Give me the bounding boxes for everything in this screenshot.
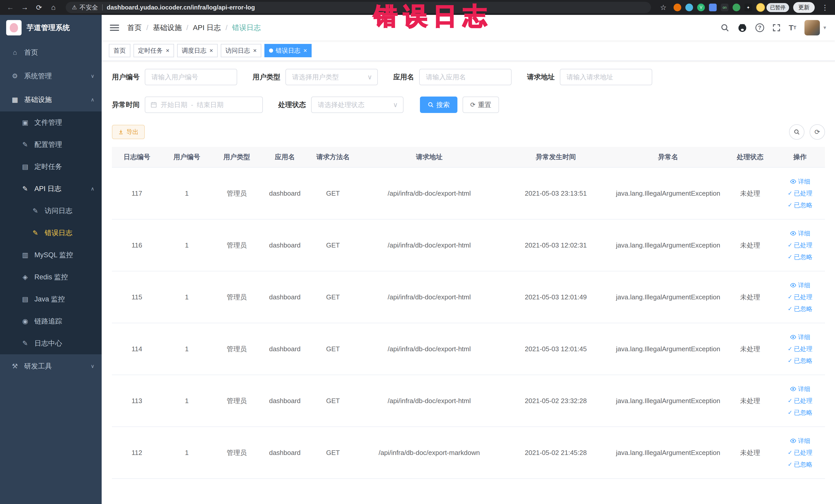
sidebar-toggle-icon[interactable] bbox=[110, 25, 119, 31]
search-button[interactable]: 搜索 bbox=[420, 97, 457, 113]
detail-link[interactable]: 详细 bbox=[790, 229, 810, 238]
table-row[interactable]: 112 1 管理员 dashboard GET /api/infra/db-do… bbox=[112, 427, 825, 479]
browser-profile-chip[interactable]: 已暂停 bbox=[756, 3, 789, 12]
sidebar-item-api-log[interactable]: ✎ API 日志 ∧ bbox=[0, 178, 102, 200]
breadcrumb-item[interactable]: API 日志 bbox=[193, 23, 221, 33]
request-url-input[interactable] bbox=[560, 69, 652, 85]
url-bar[interactable]: ⚠ 不安全 dashboard.yudao.iocoder.cn/infra/l… bbox=[66, 2, 651, 13]
ignored-link[interactable]: ✓已忽略 bbox=[788, 408, 812, 417]
tab-access-log[interactable]: 访问日志 × bbox=[221, 44, 261, 57]
close-icon[interactable]: × bbox=[253, 47, 257, 54]
github-icon[interactable] bbox=[737, 23, 747, 33]
sidebar-item-trace[interactable]: ◉ 链路追踪 bbox=[0, 310, 102, 332]
user-type-select[interactable]: 请选择用户类型 ∨ bbox=[285, 69, 378, 85]
breadcrumb-item[interactable]: 首页 bbox=[127, 23, 142, 33]
ignored-link[interactable]: ✓已忽略 bbox=[788, 305, 812, 313]
forward-icon[interactable]: → bbox=[19, 3, 31, 12]
user-id-input[interactable] bbox=[145, 69, 237, 85]
reset-button[interactable]: ⟳ 重置 bbox=[463, 97, 499, 113]
ignored-link[interactable]: ✓已忽略 bbox=[788, 201, 812, 209]
extension-icon-5[interactable]: on bbox=[721, 4, 729, 11]
sidebar-item-config[interactable]: ✎ 配置管理 bbox=[0, 134, 102, 156]
extension-icon-4[interactable] bbox=[709, 4, 717, 11]
reload-icon[interactable]: ⟳ bbox=[33, 3, 45, 12]
detail-link[interactable]: 详细 bbox=[790, 333, 810, 341]
sidebar-item-system[interactable]: ⚙ 系统管理 ∨ bbox=[0, 64, 102, 88]
security-label[interactable]: 不安全 bbox=[80, 3, 98, 12]
refresh-button[interactable]: ⟳ bbox=[810, 124, 825, 140]
back-icon[interactable]: ← bbox=[4, 3, 16, 12]
processed-link[interactable]: ✓已处理 bbox=[788, 293, 812, 301]
sidebar-item-mysql[interactable]: ▥ MySQL 监控 bbox=[0, 244, 102, 266]
table-row[interactable]: 116 1 管理员 dashboard GET /api/infra/db-do… bbox=[112, 219, 825, 271]
ignored-link[interactable]: ✓已忽略 bbox=[788, 460, 812, 468]
user-menu[interactable]: ▼ bbox=[805, 20, 827, 36]
processed-link[interactable]: ✓已处理 bbox=[788, 345, 812, 353]
processed-link[interactable]: ✓已处理 bbox=[788, 448, 812, 457]
extension-icon-2[interactable] bbox=[685, 4, 693, 11]
export-button[interactable]: 导出 bbox=[112, 125, 145, 139]
sidebar-item-devtools[interactable]: ⚒ 研发工具 ∨ bbox=[0, 354, 102, 378]
table-row[interactable]: 117 1 管理员 dashboard GET /api/infra/db-do… bbox=[112, 167, 825, 219]
help-icon[interactable]: ? bbox=[755, 23, 764, 32]
ignored-link[interactable]: ✓已忽略 bbox=[788, 357, 812, 365]
detail-link[interactable]: 详细 bbox=[790, 385, 810, 393]
extension-icon-3[interactable]: V bbox=[697, 4, 705, 11]
extension-pin-icon[interactable]: ✦ bbox=[745, 4, 752, 11]
sidebar-item-infra[interactable]: ▦ 基础设施 ∧ bbox=[0, 88, 102, 112]
fullscreen-icon[interactable] bbox=[772, 24, 780, 32]
font-size-icon[interactable]: TT bbox=[789, 23, 796, 32]
sidebar-item-java[interactable]: ▤ Java 监控 bbox=[0, 288, 102, 310]
ignored-link[interactable]: ✓已忽略 bbox=[788, 253, 812, 261]
table-row[interactable]: 115 1 管理员 dashboard GET /api/infra/db-do… bbox=[112, 271, 825, 323]
close-icon[interactable]: × bbox=[303, 47, 307, 54]
url-text[interactable]: dashboard.yudao.iocoder.cn/infra/log/api… bbox=[107, 4, 255, 11]
date-separator: - bbox=[191, 101, 193, 109]
sidebar-item-file[interactable]: ▣ 文件管理 bbox=[0, 112, 102, 134]
date-range-picker[interactable]: 开始日期 - 结束日期 bbox=[145, 97, 263, 113]
cell-status: 未处理 bbox=[725, 167, 775, 219]
sidebar-item-error-log[interactable]: ✎ 错误日志 bbox=[0, 222, 102, 244]
devtools-icon: ⚒ bbox=[10, 362, 20, 370]
bookmark-star-icon[interactable]: ☆ bbox=[657, 3, 669, 12]
sidebar-item-cron[interactable]: ▤ 定时任务 bbox=[0, 156, 102, 178]
search-icon[interactable] bbox=[720, 23, 729, 32]
cell-app-name: dashboard bbox=[262, 323, 308, 375]
sidebar-item-home[interactable]: ⌂ 首页 bbox=[0, 41, 102, 64]
table-row[interactable]: 113 1 管理员 dashboard GET /api/infra/db-do… bbox=[112, 375, 825, 427]
cell-time: 2021-05-02 23:32:28 bbox=[501, 375, 611, 427]
tab-home[interactable]: 首页 bbox=[109, 44, 130, 57]
breadcrumb-item[interactable]: 基础设施 bbox=[153, 23, 182, 33]
extension-icon-1[interactable] bbox=[674, 4, 681, 11]
processed-link[interactable]: ✓已处理 bbox=[788, 241, 812, 249]
breadcrumb-current: 错误日志 bbox=[232, 23, 261, 33]
browser-menu-icon[interactable]: ⋮ bbox=[819, 3, 831, 12]
chevron-down-icon: ∨ bbox=[393, 101, 398, 109]
close-icon[interactable]: × bbox=[209, 47, 213, 54]
tab-label: 错误日志 bbox=[276, 46, 300, 55]
toggle-search-button[interactable] bbox=[789, 124, 805, 140]
processed-link[interactable]: ✓已处理 bbox=[788, 189, 812, 198]
detail-link[interactable]: 详细 bbox=[790, 437, 810, 445]
col-status: 处理状态 bbox=[725, 147, 775, 167]
logo-row[interactable]: 芋道管理系统 bbox=[0, 15, 102, 41]
detail-link[interactable]: 详细 bbox=[790, 177, 810, 186]
tab-cron[interactable]: 定时任务 × bbox=[134, 44, 174, 57]
update-button[interactable]: 更新 bbox=[793, 2, 815, 13]
home-icon[interactable]: ⌂ bbox=[47, 3, 60, 12]
tab-error-log[interactable]: 错误日志 × bbox=[264, 44, 312, 57]
sidebar-item-log-center[interactable]: ✎ 日志中心 bbox=[0, 332, 102, 354]
tab-schedule-log[interactable]: 调度日志 × bbox=[177, 44, 218, 57]
app-name-input[interactable] bbox=[419, 69, 512, 85]
close-icon[interactable]: × bbox=[166, 47, 169, 54]
table-row[interactable]: 114 1 管理员 dashboard GET /api/infra/db-do… bbox=[112, 323, 825, 375]
cell-user-type: 管理员 bbox=[212, 271, 262, 323]
sidebar-item-redis[interactable]: ◈ Redis 监控 bbox=[0, 266, 102, 288]
process-status-select[interactable]: 请选择处理状态 ∨ bbox=[311, 97, 404, 113]
extension-icon-6[interactable] bbox=[733, 4, 740, 11]
sidebar-item-access-log[interactable]: ✎ 访问日志 bbox=[0, 200, 102, 222]
api-log-icon: ✎ bbox=[21, 185, 30, 193]
cell-status: 未处理 bbox=[725, 271, 775, 323]
detail-link[interactable]: 详细 bbox=[790, 281, 810, 289]
processed-link[interactable]: ✓已处理 bbox=[788, 397, 812, 405]
